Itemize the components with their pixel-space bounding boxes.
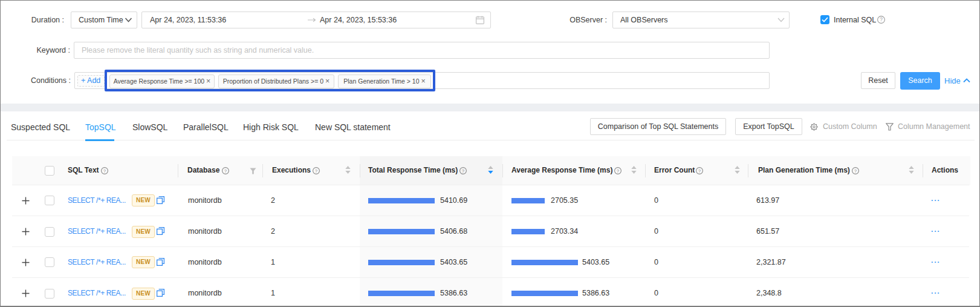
svg-text:?: ? <box>224 168 227 174</box>
svg-text:?: ? <box>880 16 883 22</box>
svg-text:?: ? <box>617 168 620 174</box>
svg-text:?: ? <box>462 168 465 174</box>
svg-text:?: ? <box>315 168 318 174</box>
svg-text:?: ? <box>698 168 701 174</box>
svg-text:?: ? <box>103 168 106 174</box>
svg-text:?: ? <box>854 168 857 174</box>
